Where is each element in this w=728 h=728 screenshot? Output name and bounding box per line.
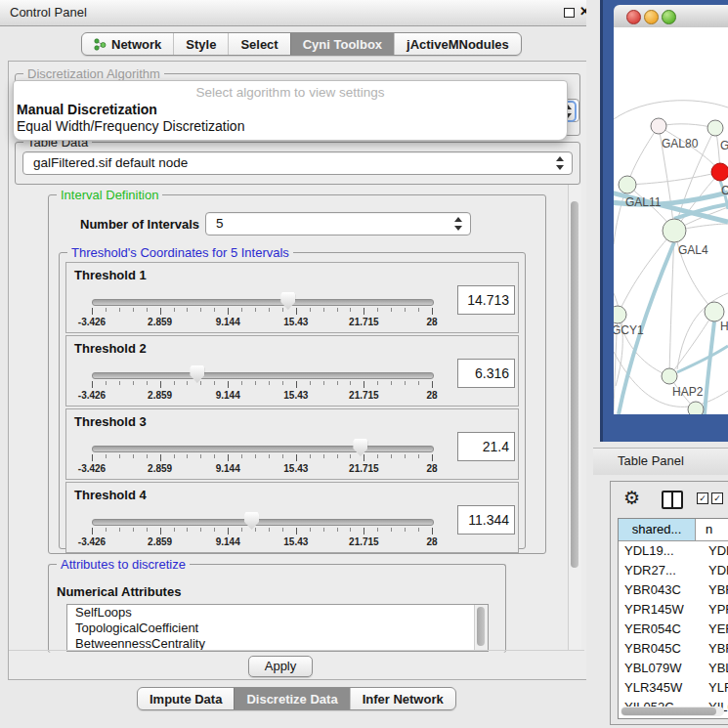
zoom-traffic-light-icon[interactable] [662,10,676,24]
node-red-selected[interactable] [711,163,728,181]
dropdown-option-equal-width[interactable]: Equal Width/Frequency Discretization [17,118,244,134]
checkbox-column-icon[interactable]: ✓ [697,492,708,504]
scale-label: -3.426 [78,317,106,327]
close-traffic-light-icon[interactable] [626,10,641,24]
node-gal4[interactable] [663,219,686,242]
table-row[interactable]: YDR27...YDR2 [619,561,728,580]
column-header-shared-name[interactable]: shared... [619,519,696,540]
spinner-arrows-icon [454,217,463,231]
column-header-name[interactable]: n [696,519,728,540]
scale-label: 28 [426,463,437,474]
threshold-1-panel: Threshold 1 -3.4262.8599.14415.4321.7152… [65,262,519,333]
scale-label: 2.859 [148,317,172,327]
threshold-4-value-field[interactable]: 11.344 [457,505,515,535]
network-icon [94,38,107,51]
table-header-row: shared... n [619,519,728,541]
cell[interactable]: YER054C [619,620,702,639]
cell[interactable]: YBL079W [619,659,702,678]
dropdown-prompt: Select algorithm to view settings [14,85,567,100]
dropdown-option-manual[interactable]: Manual Discretization [17,102,157,117]
apply-button[interactable]: Apply [248,656,313,677]
list-scrollbar[interactable] [474,605,488,651]
control-panel: Control Panel ✕ Network Style Select Cyn… [0,0,593,728]
threshold-4-slider-track[interactable] [92,519,434,526]
node-label: H [720,320,728,333]
slider-ticks [92,381,432,389]
scale-label: -3.426 [78,536,106,547]
scrollbar-thumb[interactable] [571,201,578,568]
threshold-3-value-field[interactable]: 21.4 [457,432,515,461]
threshold-3-slider-track[interactable] [92,446,434,452]
tab-label: Infer Network [363,692,444,707]
cell[interactable]: YLR3 [702,678,728,698]
scale-label: 21.715 [349,390,379,401]
panel-vertical-scrollbar[interactable] [568,185,581,651]
tab-label: Network [111,37,161,52]
cell[interactable]: YPR1 [702,600,728,620]
slider-scale-labels: -3.4262.8599.14415.4321.71528 [92,390,432,402]
cell[interactable]: YDL19... [619,541,702,561]
tab-network[interactable]: Network [82,33,173,55]
node-ga[interactable] [707,120,723,136]
scrollbar-thumb[interactable] [621,707,716,715]
num-intervals-combobox[interactable]: 5 [205,212,471,236]
threshold-2-slider-track[interactable] [92,372,434,379]
node-gal11[interactable] [619,176,636,193]
slider-ticks [92,528,432,535]
minimize-traffic-light-icon[interactable] [644,10,659,24]
cell[interactable]: YDL1 [702,541,728,561]
tab-cyni-toolbox[interactable]: Cyni Toolbox [290,33,394,55]
table-row[interactable]: YBR043CYBR0 [619,580,728,600]
tab-jactivemnodules[interactable]: jActiveMNodules [394,33,521,55]
attributes-list[interactable]: SelfLoops TopologicalCoefficient Between… [66,604,489,652]
cell[interactable]: YBR0 [702,580,728,600]
table-horizontal-scrollbar[interactable] [621,707,724,716]
split-table-icon[interactable] [662,491,683,509]
tab-impute-data[interactable]: Impute Data [138,688,234,709]
tab-style[interactable]: Style [173,33,228,55]
list-item[interactable]: TopologicalCoefficient [67,621,488,636]
thresholds-group: Threshold's Coordinates for 5 Intervals … [59,252,526,549]
cell[interactable]: YBR0 [702,639,728,659]
node-table-panel: ⚙ ✓ ✓ shared... n YDL19...YDL1 YDR27...Y… [610,481,728,725]
threshold-1-slider-track[interactable] [92,299,434,306]
cell[interactable]: YDR27... [619,561,702,580]
table-row[interactable]: YDL19...YDL1 [619,541,728,561]
group-title: Threshold's Coordinates for 5 Intervals [67,245,293,260]
tab-select[interactable]: Select [228,33,289,55]
network-view-canvas[interactable]: GAL80 GA C GAL11 GAL4 GCY1 H HAP2 [614,27,728,414]
cell[interactable]: YDR2 [702,561,728,580]
group-title: Interval Definition [57,188,162,202]
threshold-1-value-field[interactable]: 14.713 [457,285,515,315]
cell[interactable]: YPR145W [619,600,702,620]
table-row[interactable]: YPR145WYPR1 [619,600,728,620]
table-row[interactable]: YBL079WYBL0 [619,659,728,678]
cell[interactable]: YLR345W [619,678,702,698]
node-label: GCY1 [614,323,644,337]
float-window-icon[interactable] [564,8,575,18]
tab-label: jActiveMNodules [407,37,509,52]
node-partial[interactable] [688,402,704,414]
tab-discretize-data[interactable]: Discretize Data [234,688,349,709]
table-data-combobox[interactable]: galFiltered.sif default node [22,151,573,175]
node-hap2[interactable] [662,368,677,384]
cell[interactable]: YBR045C [619,639,702,659]
cell[interactable]: YBL0 [702,659,728,678]
list-item[interactable]: SelfLoops [67,605,488,621]
cell[interactable]: YER0 [702,620,728,639]
gear-icon[interactable]: ⚙ [623,488,640,509]
top-tab-bar: Network Style Select Cyni Toolbox jActiv… [81,32,522,56]
scrollbar-thumb[interactable] [477,607,485,646]
node-gal80[interactable] [651,118,666,134]
checkbox-column-icon[interactable]: ✓ [711,492,723,504]
table-row[interactable]: YBR045CYBR0 [619,639,728,659]
node-gcy1[interactable] [614,306,626,323]
threshold-4-panel: Threshold 4 -3.4262.8599.14415.4321.7152… [65,482,519,553]
threshold-2-value-field[interactable]: 6.316 [457,359,515,388]
table-row[interactable]: YER054CYER0 [619,620,728,639]
table-row[interactable]: YLR345WYLR3 [619,678,728,698]
threshold-3-panel: Threshold 3 -3.4262.8599.14415.4321.7152… [65,408,519,480]
tab-infer-network[interactable]: Infer Network [350,688,455,709]
cell[interactable]: YBR043C [619,580,702,600]
node-h[interactable] [705,302,724,321]
